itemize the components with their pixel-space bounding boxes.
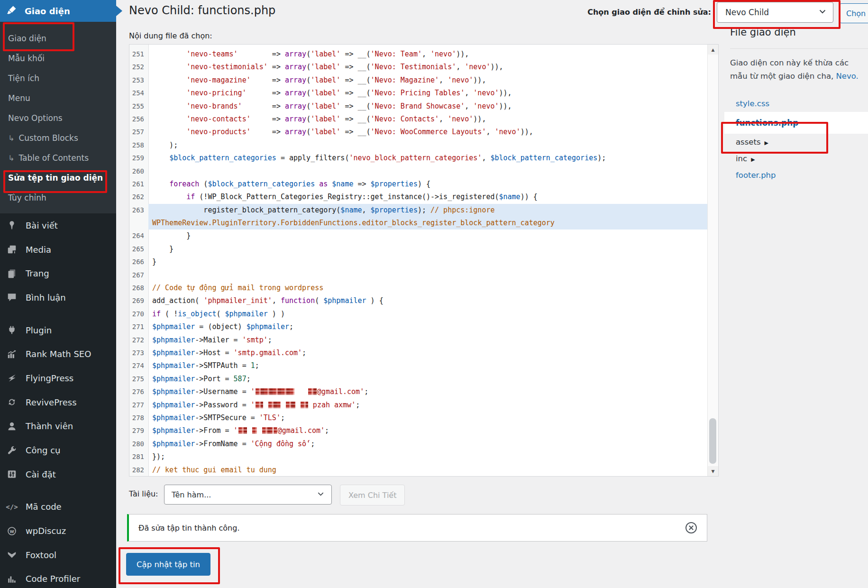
- sidebar-item-label: Plugin: [26, 325, 52, 335]
- code-line[interactable]: 256 'nevo-contacts' => array('label' => …: [129, 113, 707, 126]
- line-number: 269: [129, 294, 148, 307]
- code-line[interactable]: 267: [129, 269, 707, 282]
- code-line[interactable]: 277$phpmailer->Password = ' pzah axmw';: [129, 399, 707, 412]
- sidebar-item-rank-math-seo[interactable]: Rank Math SEO: [0, 342, 116, 366]
- sidebar-item-code-profiler[interactable]: Code Profiler: [0, 567, 116, 588]
- theme-files-panel: File giao diện Giao diện con này kế thừa…: [730, 0, 868, 184]
- dismiss-notice-icon[interactable]: [685, 522, 697, 534]
- code-lines[interactable]: 251 'nevo-teams' => array('label' => __(…: [129, 45, 707, 476]
- code-line[interactable]: 275$phpmailer->Port = 587;: [129, 373, 707, 386]
- code-line[interactable]: 257 'nevo-products' => array('label' => …: [129, 126, 707, 138]
- code-line[interactable]: 278$phpmailer->SMTPSecure = 'TLS';: [129, 412, 707, 424]
- sidebar-item-revivepress[interactable]: RevivePress: [0, 390, 116, 414]
- sidebar-item-binh-luan[interactable]: Bình luận: [0, 285, 116, 310]
- code-line-content: [148, 165, 707, 178]
- scrollbar-down-arrow-icon[interactable]: ▼: [708, 466, 718, 476]
- code-line[interactable]: 261 foreach ($block_pattern_categories a…: [129, 178, 707, 191]
- sidebar-item-media[interactable]: Media: [0, 238, 116, 262]
- line-number: 256: [129, 113, 148, 126]
- sidebar-item-flyingpress[interactable]: FlyingPress: [0, 366, 116, 390]
- code-line[interactable]: 274$phpmailer->SMTPAuth = 1;: [129, 359, 707, 372]
- sidebar-item-tien-ich[interactable]: Tiện ích: [0, 68, 116, 88]
- update-file-button[interactable]: Cập nhật tập tin: [126, 553, 210, 576]
- code-line[interactable]: 272$phpmailer->Mailer = 'smtp';: [129, 334, 707, 347]
- code-line[interactable]: 259 $block_pattern_categories = apply_fi…: [129, 152, 707, 165]
- sidebar-item-label: Mã code: [26, 502, 62, 512]
- view-details-button[interactable]: Xem Chi Tiết: [340, 485, 405, 505]
- sidebar-item-trang[interactable]: Trang: [0, 261, 116, 285]
- sidebar-item-menu[interactable]: Menu: [0, 88, 116, 108]
- sidebar-item-label: wpDiscuz: [26, 526, 66, 536]
- file-item-inc[interactable]: inc▶: [730, 150, 868, 167]
- sidebar-item-cai-dat[interactable]: Cài đặt: [0, 462, 116, 487]
- sidebar-item-foxtool[interactable]: Foxtool: [0, 543, 116, 567]
- file-item-assets[interactable]: assets▶: [730, 134, 868, 150]
- code-line-content: $phpmailer->Password = ' pzah axmw';: [148, 399, 707, 412]
- code-line[interactable]: 264 }: [129, 230, 707, 242]
- sidebar-item-label: FlyingPress: [26, 373, 73, 383]
- code-line[interactable]: 271$phpmailer = (object) $phpmailer;: [129, 321, 707, 333]
- code-scroll-area[interactable]: 251 'nevo-teams' => array('label' => __(…: [129, 45, 707, 476]
- sidebar-item-sua-tep-tin-giao-dien[interactable]: Sửa tệp tin giao diện: [0, 168, 116, 188]
- sidebar-item-thanh-vien[interactable]: Thành viên: [0, 414, 116, 439]
- sidebar-item-appearance[interactable]: Giao diện: [0, 0, 116, 22]
- pushpin-icon: [6, 220, 18, 230]
- code-line[interactable]: 269add_action( 'phpmailer_init', functio…: [129, 294, 707, 307]
- code-line[interactable]: 281});: [129, 450, 707, 463]
- code-line[interactable]: 254 'nevo-pricing' => array('label' => _…: [129, 87, 707, 100]
- sidebar-item-custom-blocks[interactable]: ↳Custom Blocks: [0, 128, 116, 148]
- sidebar-header-label: Giao diện: [25, 6, 70, 16]
- child-theme-description-text: Giao diện con này kế thừa các mẫu từ một…: [730, 58, 849, 81]
- sidebar-item-table-of-contents[interactable]: ↳Table of Contents: [0, 148, 116, 168]
- file-item-functions-php[interactable]: functions.php: [724, 112, 868, 134]
- code-icon: </>: [6, 502, 18, 512]
- code-scrollbar[interactable]: ▲ ▼: [707, 45, 718, 476]
- code-line-content: $block_pattern_categories = apply_filter…: [148, 152, 707, 165]
- code-line[interactable]: 265 }: [129, 243, 707, 256]
- line-number: 254: [129, 87, 148, 100]
- code-line[interactable]: 263 register_block_pattern_category($nam…: [129, 204, 707, 217]
- scrollbar-thumb[interactable]: [709, 418, 716, 464]
- docs-function-select[interactable]: Tên hàm...: [164, 485, 332, 505]
- code-line[interactable]: 262 if (!WP_Block_Pattern_Categories_Reg…: [129, 191, 707, 203]
- line-number: 281: [129, 450, 148, 463]
- sidebar-item-label: Giao diện: [8, 34, 46, 43]
- file-item-footer-php[interactable]: footer.php: [730, 167, 868, 184]
- sidebar-item-bai-viet[interactable]: Bài viết: [0, 213, 116, 238]
- code-line[interactable]: 258 );: [129, 139, 707, 152]
- sidebar-item-tuy-chinh[interactable]: Tùy chỉnh: [0, 188, 116, 208]
- page-title: Nevo Child: functions.php: [129, 4, 275, 17]
- sidebar-item-giao-dien[interactable]: Giao diện: [0, 28, 116, 48]
- code-editor[interactable]: 251 'nevo-teams' => array('label' => __(…: [129, 44, 719, 477]
- folder-expand-icon[interactable]: ▶: [765, 140, 768, 146]
- code-line[interactable]: 253 'nevo-magazine' => array('label' => …: [129, 74, 707, 87]
- code-line[interactable]: 273$phpmailer->Host = 'smtp.gmail.com';: [129, 347, 707, 359]
- code-line[interactable]: WPThemeReview.PluginTerritory.ForbiddenF…: [129, 217, 707, 230]
- code-line[interactable]: 268// Code tự động gửi mail trong wordpr…: [129, 282, 707, 294]
- sidebar-item-mau-khoi[interactable]: Mẫu khối: [0, 48, 116, 68]
- file-item-label: inc: [736, 154, 747, 163]
- parent-theme-link[interactable]: Nevo.: [836, 72, 859, 81]
- code-line-content: $phpmailer->SMTPAuth = 1;: [148, 359, 707, 372]
- submenu-arrow-icon: ↳: [8, 134, 14, 143]
- sidebar-item-nevo-options[interactable]: Nevo Options: [0, 108, 116, 128]
- code-line[interactable]: 255 'nevo-brands' => array('label' => __…: [129, 100, 707, 113]
- sidebar-item-plugin[interactable]: Plugin: [0, 318, 116, 342]
- code-line[interactable]: 279$phpmailer->From = ' @gmail.com';: [129, 424, 707, 437]
- sidebar-item-wpdiscuz[interactable]: wwpDiscuz: [0, 519, 116, 543]
- file-item-style-css[interactable]: style.css: [730, 95, 868, 112]
- code-line[interactable]: 266}: [129, 256, 707, 268]
- code-line[interactable]: 270if ( !is_object( $phpmailer ) ): [129, 308, 707, 321]
- code-line[interactable]: 260: [129, 165, 707, 178]
- code-line[interactable]: 251 'nevo-teams' => array('label' => __(…: [129, 48, 707, 61]
- code-line[interactable]: 252 'nevo-testimonials' => array('label'…: [129, 61, 707, 74]
- svg-text:w: w: [9, 528, 14, 534]
- code-line[interactable]: 280$phpmailer->FromName = 'Cộng đồng số'…: [129, 438, 707, 450]
- line-number: 262: [129, 191, 148, 203]
- folder-expand-icon[interactable]: ▶: [751, 156, 755, 163]
- code-line[interactable]: 282// ket thuc gui email tu dung: [129, 464, 707, 477]
- scrollbar-up-arrow-icon[interactable]: ▲: [708, 45, 718, 55]
- code-line[interactable]: 276$phpmailer->Username = ' @gmail.com';: [129, 386, 707, 398]
- sidebar-item-cong-cu[interactable]: Công cụ: [0, 438, 116, 462]
- sidebar-item-ma-code[interactable]: </>Mã code: [0, 495, 116, 519]
